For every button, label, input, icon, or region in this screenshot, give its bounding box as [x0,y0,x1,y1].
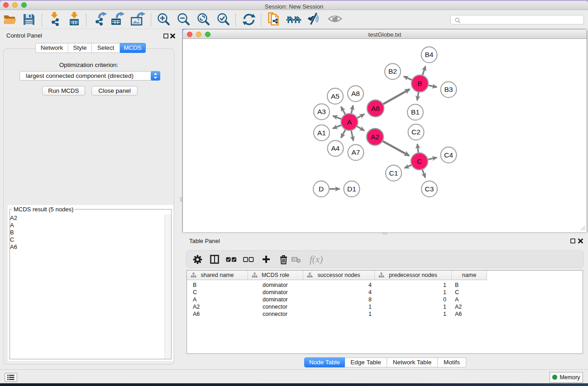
svg-text:B3: B3 [445,86,453,93]
svg-text:C4: C4 [444,151,453,159]
svg-text:A7: A7 [352,148,360,156]
svg-text:A5: A5 [331,92,339,100]
svg-text:A3: A3 [317,108,326,115]
svg-text:D1: D1 [347,185,356,193]
svg-text:A6: A6 [371,105,380,112]
svg-text:D: D [319,185,324,193]
svg-text:A8: A8 [351,90,360,97]
svg-text:B4: B4 [425,51,434,58]
svg-text:C3: C3 [425,185,434,193]
svg-text:C1: C1 [389,169,398,177]
svg-text:C2: C2 [411,128,421,136]
svg-text:A2: A2 [371,133,379,141]
svg-text:B: B [417,80,422,87]
svg-text:A4: A4 [331,144,340,152]
svg-text:C: C [417,157,422,165]
svg-text:B1: B1 [411,108,420,116]
svg-text:A1: A1 [317,129,326,137]
svg-text:B2: B2 [388,67,397,75]
svg-text:A: A [347,118,352,126]
